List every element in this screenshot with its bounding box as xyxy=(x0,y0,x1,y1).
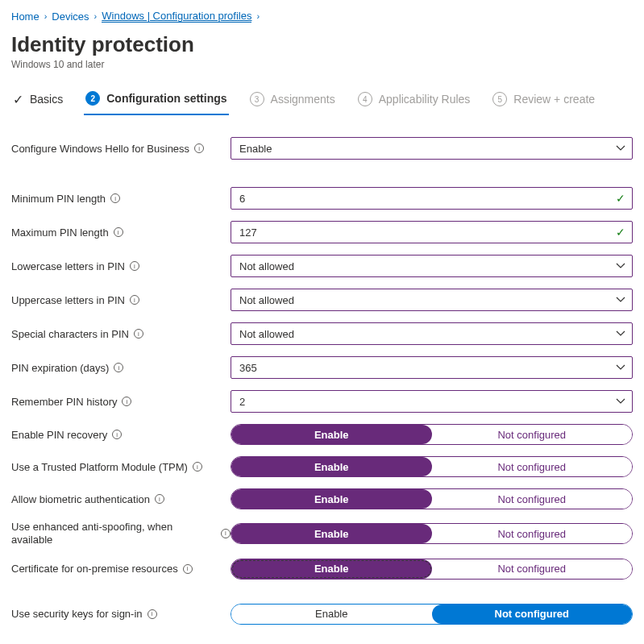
info-icon[interactable]: i xyxy=(221,529,231,538)
step-review-create[interactable]: 5 Review + create xyxy=(491,89,596,114)
chevron-down-icon xyxy=(616,145,625,152)
label-anti-spoofing: Use enhanced anti-spoofing, when availab… xyxy=(11,521,216,547)
toggle-enable[interactable]: Enable xyxy=(231,489,432,509)
label-lowercase: Lowercase letters in PIN xyxy=(11,260,125,272)
chevron-right-icon: › xyxy=(44,11,48,21)
step-basics[interactable]: ✓ Basics xyxy=(11,89,64,115)
label-history: Remember PIN history xyxy=(11,396,117,408)
breadcrumb-config-profiles[interactable]: Windows | Configuration profiles xyxy=(102,10,251,23)
info-icon[interactable]: i xyxy=(114,227,123,237)
input-value: 6 xyxy=(239,193,245,205)
dropdown-value: Not allowed xyxy=(239,328,294,340)
label-biometric: Allow biometric authentication xyxy=(11,493,150,505)
toggle-tpm: Enable Not configured xyxy=(231,456,633,477)
info-icon[interactable]: i xyxy=(122,397,131,406)
breadcrumb-home[interactable]: Home xyxy=(11,10,39,23)
label-security-keys: Use security keys for sign-in xyxy=(11,608,143,620)
dropdown-value: Not allowed xyxy=(239,294,294,306)
chevron-right-icon: › xyxy=(94,11,98,21)
step-label: Review + create xyxy=(513,93,595,106)
checkmark-icon: ✓ xyxy=(616,192,625,205)
info-icon[interactable]: i xyxy=(134,329,143,339)
step-number-badge: 3 xyxy=(250,92,264,106)
step-applicability-rules[interactable]: 4 Applicability Rules xyxy=(356,89,472,114)
info-icon[interactable]: i xyxy=(183,564,193,574)
info-icon[interactable]: i xyxy=(194,143,204,153)
dropdown-special[interactable]: Not allowed xyxy=(231,322,633,345)
toggle-not-configured[interactable]: Not configured xyxy=(432,524,633,543)
wizard-steps: ✓ Basics 2 Configuration settings 3 Assi… xyxy=(11,88,633,116)
step-number-badge: 5 xyxy=(492,92,507,106)
label-special: Special characters in PIN xyxy=(11,328,129,340)
page-title: Identity protection xyxy=(11,32,633,57)
step-label: Applicability Rules xyxy=(379,93,471,106)
dropdown-history[interactable]: 2 xyxy=(231,390,633,413)
input-max-pin[interactable]: 127 ✓ xyxy=(231,221,633,243)
step-configuration-settings[interactable]: 2 Configuration settings xyxy=(84,88,228,115)
info-icon[interactable]: i xyxy=(130,295,139,305)
info-icon[interactable]: i xyxy=(112,430,122,439)
info-icon[interactable]: i xyxy=(110,193,120,203)
toggle-pin-recovery: Enable Not configured xyxy=(231,424,633,445)
step-label: Assignments xyxy=(271,93,335,106)
info-icon[interactable]: i xyxy=(155,494,164,504)
step-assignments[interactable]: 3 Assignments xyxy=(248,89,337,114)
label-cert-onprem: Certificate for on-premise resources xyxy=(11,563,178,575)
dropdown-value: Enable xyxy=(239,143,272,155)
label-tpm: Use a Trusted Platform Module (TPM) xyxy=(11,461,188,473)
toggle-not-configured[interactable]: Not configured xyxy=(432,605,633,624)
input-min-pin[interactable]: 6 ✓ xyxy=(231,187,633,210)
info-icon[interactable]: i xyxy=(147,609,157,619)
breadcrumb-devices[interactable]: Devices xyxy=(52,10,89,23)
toggle-cert-onprem: Enable Not configured xyxy=(231,559,633,580)
toggle-not-configured[interactable]: Not configured xyxy=(432,457,633,476)
dropdown-value: 2 xyxy=(239,396,245,408)
toggle-biometric: Enable Not configured xyxy=(231,488,633,509)
chevron-down-icon xyxy=(616,330,625,337)
toggle-security-keys: Enable Not configured xyxy=(231,604,633,625)
label-pin-recovery: Enable PIN recovery xyxy=(11,429,107,441)
info-icon[interactable]: i xyxy=(193,462,202,472)
label-expiration: PIN expiration (days) xyxy=(11,362,109,374)
chevron-down-icon xyxy=(616,364,625,371)
dropdown-value: 365 xyxy=(239,362,257,374)
toggle-enable[interactable]: Enable xyxy=(231,605,432,624)
chevron-down-icon xyxy=(616,297,625,303)
toggle-enable[interactable]: Enable xyxy=(231,425,432,444)
dropdown-configure-whfb[interactable]: Enable xyxy=(231,137,633,160)
info-icon[interactable]: i xyxy=(130,261,139,271)
step-label: Configuration settings xyxy=(106,92,226,105)
checkmark-icon: ✓ xyxy=(616,226,625,239)
toggle-anti-spoofing: Enable Not configured xyxy=(231,523,633,544)
toggle-not-configured[interactable]: Not configured xyxy=(432,425,633,444)
step-number-badge: 4 xyxy=(358,92,372,106)
dropdown-expiration[interactable]: 365 xyxy=(231,356,633,379)
breadcrumb: Home › Devices › Windows | Configuration… xyxy=(11,6,633,27)
toggle-not-configured[interactable]: Not configured xyxy=(432,559,633,579)
dropdown-value: Not allowed xyxy=(239,260,294,272)
label-uppercase: Uppercase letters in PIN xyxy=(11,294,125,306)
label-configure-whfb: Configure Windows Hello for Business xyxy=(11,143,189,155)
toggle-not-configured[interactable]: Not configured xyxy=(432,489,633,509)
chevron-down-icon xyxy=(616,263,625,269)
step-number-badge: 2 xyxy=(85,91,100,106)
dropdown-uppercase[interactable]: Not allowed xyxy=(231,289,633,311)
label-min-pin: Minimum PIN length xyxy=(11,193,106,205)
step-label: Basics xyxy=(30,93,63,106)
chevron-right-icon: › xyxy=(256,11,260,21)
info-icon[interactable]: i xyxy=(114,363,123,372)
toggle-enable[interactable]: Enable xyxy=(231,524,432,543)
toggle-enable[interactable]: Enable xyxy=(231,457,432,476)
toggle-enable[interactable]: Enable xyxy=(231,559,432,579)
chevron-down-icon xyxy=(616,398,625,405)
page-subtitle: Windows 10 and later xyxy=(11,59,633,70)
dropdown-lowercase[interactable]: Not allowed xyxy=(231,255,633,277)
input-value: 127 xyxy=(239,226,257,239)
checkmark-icon: ✓ xyxy=(13,92,23,107)
label-max-pin: Maximum PIN length xyxy=(11,226,109,239)
